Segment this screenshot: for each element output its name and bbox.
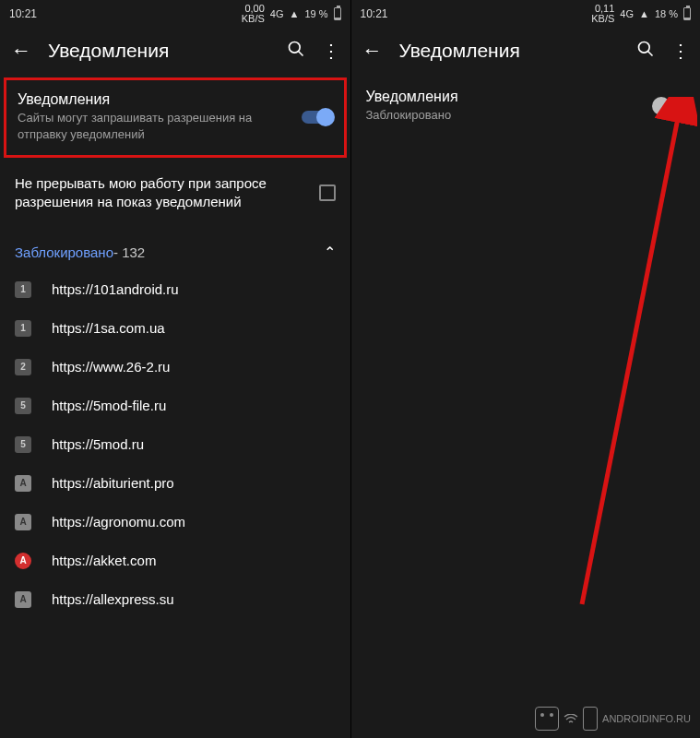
status-time: 10:21 xyxy=(361,7,388,20)
site-row[interactable]: Ahttps://akket.com xyxy=(0,542,350,580)
svg-line-4 xyxy=(582,113,679,604)
svg-line-1 xyxy=(298,51,303,55)
site-url: https://allexpress.su xyxy=(52,591,174,607)
status-speed: 0,00KB/S xyxy=(242,4,265,24)
app-bar: ← Уведомления ⋮ xyxy=(0,26,350,76)
site-url: https://agronomu.com xyxy=(52,514,185,530)
site-row[interactable]: 5https://5mod.ru xyxy=(0,425,350,464)
site-row[interactable]: Ahttps://abiturient.pro xyxy=(0,464,350,503)
site-favicon: A xyxy=(15,514,31,530)
status-time: 10:21 xyxy=(9,7,37,20)
notifications-switch[interactable] xyxy=(302,111,333,124)
back-icon[interactable]: ← xyxy=(362,39,383,63)
more-icon[interactable]: ⋮ xyxy=(322,40,339,62)
site-row[interactable]: 5https://5mod-file.ru xyxy=(0,387,350,425)
toggle-text: Уведомления Сайты могут запрашивать разр… xyxy=(18,91,291,142)
watermark: ANDROIDINFO.RU xyxy=(535,707,691,731)
status-speed: 0,11KB/S xyxy=(591,4,614,24)
blocked-count: - 132 xyxy=(113,244,145,260)
phone-icon xyxy=(583,707,598,731)
site-favicon: 1 xyxy=(15,281,31,298)
chevron-up-icon[interactable]: ⌃ xyxy=(324,244,336,261)
site-row[interactable]: 1https://1sa.com.ua xyxy=(0,309,350,348)
search-icon[interactable] xyxy=(636,40,655,63)
notifications-switch[interactable] xyxy=(654,100,685,113)
status-net: 4G xyxy=(270,8,284,19)
svg-point-2 xyxy=(639,42,650,53)
site-url: https://akket.com xyxy=(52,553,156,568)
notifications-toggle-row[interactable]: Уведомления Сайты могут запрашивать разр… xyxy=(4,77,347,158)
more-icon[interactable]: ⋮ xyxy=(671,40,689,62)
site-favicon: 2 xyxy=(15,359,31,375)
toggle-heading: Уведомления xyxy=(18,91,291,108)
svg-line-3 xyxy=(648,51,653,55)
site-favicon: 5 xyxy=(15,398,31,414)
toggle-text: Уведомления Заблокировано xyxy=(366,89,644,124)
watermark-text: ANDROIDINFO.RU xyxy=(602,713,691,724)
status-right: 0,11KB/S 4G ▲ 18 % xyxy=(591,4,691,24)
wifi-icon xyxy=(564,714,578,723)
annotation-arrow xyxy=(517,97,697,613)
site-row[interactable]: Ahttps://allexpress.su xyxy=(0,580,350,619)
screen-right: 10:21 0,11KB/S 4G ▲ 18 % ← Уведомления ⋮… xyxy=(350,0,701,738)
signal-icon: ▲ xyxy=(639,8,649,19)
notifications-toggle-row[interactable]: Уведомления Заблокировано xyxy=(351,76,701,138)
search-icon[interactable] xyxy=(287,40,305,63)
quiet-mode-row[interactable]: Не прерывать мою работу при запросе разр… xyxy=(0,160,350,227)
site-favicon: 1 xyxy=(15,320,31,337)
site-row[interactable]: Ahttps://agronomu.com xyxy=(0,503,350,542)
site-url: https://101android.ru xyxy=(52,281,179,297)
blocked-label: Заблокировано xyxy=(15,244,113,260)
quiet-mode-checkbox[interactable] xyxy=(319,184,336,201)
site-url: https://www.26-2.ru xyxy=(52,359,170,375)
status-bar: 10:21 0,00KB/S 4G ▲ 19 % xyxy=(0,0,350,26)
site-url: https://1sa.com.ua xyxy=(52,320,165,336)
status-bar: 10:21 0,11KB/S 4G ▲ 18 % xyxy=(351,0,701,26)
sites-list: 1https://101android.ru1https://1sa.com.u… xyxy=(0,270,350,619)
site-row[interactable]: 2https://www.26-2.ru xyxy=(0,348,350,387)
screen-left: 10:21 0,00KB/S 4G ▲ 19 % ← Уведомления ⋮… xyxy=(0,0,350,738)
site-url: https://5mod.ru xyxy=(52,436,144,452)
status-right: 0,00KB/S 4G ▲ 19 % xyxy=(242,4,341,24)
robot-icon xyxy=(535,707,559,731)
toggle-heading: Уведомления xyxy=(366,89,644,105)
status-net: 4G xyxy=(620,8,634,19)
site-favicon: A xyxy=(15,591,31,608)
page-title: Уведомления xyxy=(48,40,270,62)
quiet-mode-label: Не прерывать мою работу при запросе разр… xyxy=(15,174,306,212)
svg-point-0 xyxy=(289,42,300,53)
site-favicon: 5 xyxy=(15,436,31,453)
toggle-subtitle: Заблокировано xyxy=(366,107,644,124)
page-title: Уведомления xyxy=(399,40,621,62)
app-bar: ← Уведомления ⋮ xyxy=(351,26,701,76)
site-row[interactable]: 1https://101android.ru xyxy=(0,270,350,309)
signal-icon: ▲ xyxy=(290,8,300,19)
site-favicon: A xyxy=(15,553,31,569)
site-favicon: A xyxy=(15,475,31,492)
status-battery: 19 % xyxy=(304,8,327,19)
battery-icon xyxy=(683,7,691,20)
back-icon[interactable]: ← xyxy=(11,39,31,63)
status-battery: 18 % xyxy=(655,8,678,19)
site-url: https://abiturient.pro xyxy=(52,475,174,491)
toggle-subtitle: Сайты могут запрашивать разрешения на от… xyxy=(18,110,291,142)
battery-icon xyxy=(334,7,341,20)
blocked-group-header[interactable]: Заблокировано - 132 ⌃ xyxy=(0,227,350,270)
site-url: https://5mod-file.ru xyxy=(52,398,166,413)
